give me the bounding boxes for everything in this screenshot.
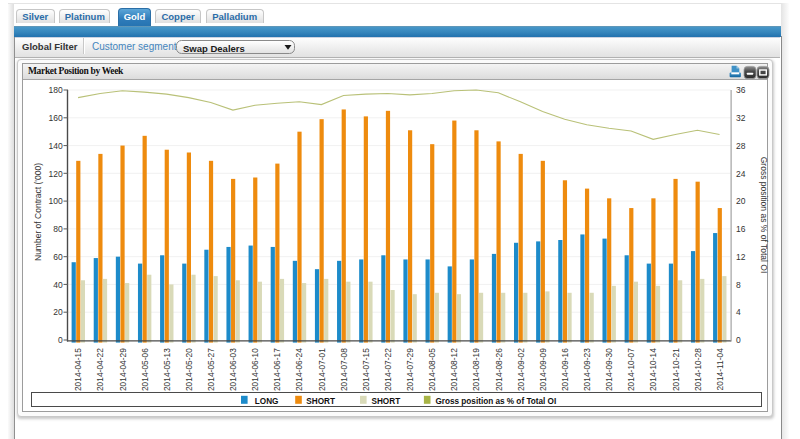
svg-text:2014-08-12: 2014-08-12 [449,348,459,391]
svg-text:2014-05-06: 2014-05-06 [140,348,150,391]
svg-text:2014-05-27: 2014-05-27 [206,348,216,391]
svg-text:24: 24 [736,169,746,179]
svg-text:80: 80 [53,224,63,234]
svg-text:120: 120 [49,169,63,179]
svg-text:2014-09-16: 2014-09-16 [560,348,570,391]
svg-text:2014-05-13: 2014-05-13 [162,348,172,391]
svg-text:20: 20 [736,196,746,206]
svg-text:SHORT: SHORT [306,397,335,406]
svg-text:2014-06-03: 2014-06-03 [228,348,238,391]
svg-text:2014-10-07: 2014-10-07 [626,348,636,391]
svg-text:2014-04-15: 2014-04-15 [73,348,83,391]
svg-text:0: 0 [736,335,741,345]
svg-text:2014-04-29: 2014-04-29 [118,348,128,391]
svg-text:2014-04-22: 2014-04-22 [95,348,105,391]
svg-text:2014-09-02: 2014-09-02 [516,348,526,391]
svg-text:2014-10-21: 2014-10-21 [671,348,681,391]
svg-text:2014-11-04: 2014-11-04 [715,348,725,391]
svg-text:2014-10-28: 2014-10-28 [693,348,703,391]
svg-text:28: 28 [736,141,746,151]
svg-text:2014-09-23: 2014-09-23 [582,348,592,391]
svg-text:Gross position as % of Total O: Gross position as % of Total OI [759,157,769,274]
svg-text:2014-07-29: 2014-07-29 [405,348,415,391]
svg-text:2014-06-17: 2014-06-17 [272,348,282,391]
svg-text:2014-08-19: 2014-08-19 [471,348,481,391]
svg-text:SHORT: SHORT [372,397,401,406]
svg-text:Number of Contract ('000): Number of Contract ('000) [33,163,43,261]
svg-text:32: 32 [736,113,746,123]
svg-text:2014-09-09: 2014-09-09 [538,348,548,391]
svg-text:2014-07-08: 2014-07-08 [339,348,349,391]
svg-text:0: 0 [58,335,63,345]
svg-text:180: 180 [49,85,63,95]
svg-text:20: 20 [53,307,63,317]
svg-text:4: 4 [736,307,741,317]
svg-text:36: 36 [736,85,746,95]
svg-text:2014-10-14: 2014-10-14 [648,348,658,391]
svg-text:60: 60 [53,252,63,262]
svg-text:140: 140 [49,141,63,151]
svg-text:Gross position as % of Total O: Gross position as % of Total OI [435,397,556,406]
svg-text:2014-05-20: 2014-05-20 [184,348,194,391]
svg-text:2014-07-22: 2014-07-22 [383,348,393,391]
svg-text:16: 16 [736,224,746,234]
svg-text:2014-07-01: 2014-07-01 [317,348,327,391]
svg-text:2014-06-10: 2014-06-10 [250,348,260,391]
svg-text:2014-09-30: 2014-09-30 [604,348,614,391]
svg-text:LONG: LONG [255,397,279,406]
svg-text:8: 8 [736,280,741,290]
svg-text:12: 12 [736,252,746,262]
svg-text:100: 100 [49,196,63,206]
svg-text:160: 160 [49,113,63,123]
svg-text:40: 40 [53,280,63,290]
svg-text:2014-07-15: 2014-07-15 [361,348,371,391]
svg-text:2014-08-05: 2014-08-05 [427,348,437,391]
svg-text:2014-06-24: 2014-06-24 [294,348,304,391]
svg-text:2014-08-26: 2014-08-26 [494,348,504,391]
